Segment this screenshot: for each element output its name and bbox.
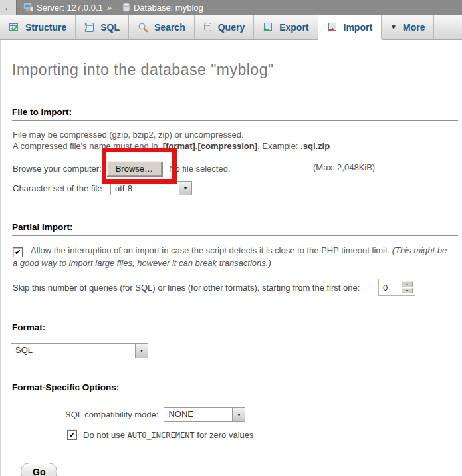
chevron-down-icon[interactable]: ▼ bbox=[179, 182, 191, 195]
max-size-note: (Max: 2,048KiB) bbox=[313, 162, 375, 172]
sql-compatibility-value: NONE bbox=[164, 408, 232, 421]
spinner-buttons: ▲ ▼ bbox=[402, 281, 413, 293]
format-selected-value: SQL bbox=[11, 344, 135, 358]
tab-label: Export bbox=[279, 22, 308, 33]
sql-compatibility-row: SQL compatibility mode: NONE ▼ bbox=[65, 407, 462, 422]
chevron-down-icon[interactable]: ▼ bbox=[135, 344, 148, 358]
database-icon bbox=[122, 3, 130, 12]
tab-query[interactable]: Query bbox=[195, 15, 254, 39]
go-button[interactable]: Go bbox=[21, 463, 57, 476]
charset-label: Character set of the file: bbox=[13, 183, 104, 193]
skip-queries-label: Skip this number of queries (for SQL) or… bbox=[13, 283, 360, 293]
tab-label: Search bbox=[154, 22, 185, 33]
export-icon bbox=[263, 22, 273, 33]
tab-structure[interactable]: Structure bbox=[0, 15, 76, 39]
allow-interruption-checkbox[interactable]: ✔ bbox=[13, 247, 23, 257]
annotation-highlight-box bbox=[102, 148, 177, 184]
spinner-down-icon[interactable]: ▼ bbox=[402, 288, 413, 294]
allow-interruption-text: Allow the interruption of an import in c… bbox=[31, 245, 392, 255]
breadcrumb-bar: ← Server: 127.0.0.1 » Database: myblog bbox=[0, 0, 462, 15]
allow-interruption-row: ✔Allow the interruption of an import in … bbox=[13, 245, 453, 269]
more-caret-icon: ▼ bbox=[390, 23, 397, 31]
compression-line2-mid: . Example: bbox=[257, 141, 300, 151]
no-file-selected-text: No file selected. bbox=[169, 164, 231, 174]
back-arrow-icon: ← bbox=[3, 2, 13, 13]
auto-increment-row: ✔ Do not use AUTO_INCREMENT for zero val… bbox=[67, 430, 462, 440]
format-select[interactable]: SQL ▼ bbox=[11, 343, 148, 358]
tab-label: SQL bbox=[100, 22, 120, 33]
section-heading-format-specific: Format-Specific Options: bbox=[12, 382, 458, 396]
tab-label: Import bbox=[344, 22, 373, 33]
main-content: Importing into the database "myblog" Fil… bbox=[0, 40, 462, 476]
spinner-up-icon[interactable]: ▲ bbox=[402, 281, 413, 287]
charset-row: Character set of the file: utf-8 ▼ bbox=[13, 181, 462, 195]
breadcrumb-database[interactable]: Database: myblog bbox=[134, 3, 203, 13]
compression-line1: File may be compressed (gzip, bzip2, zip… bbox=[13, 130, 244, 140]
chevron-down-icon[interactable]: ▼ bbox=[232, 408, 245, 421]
sql-compatibility-select[interactable]: NONE ▼ bbox=[164, 407, 245, 422]
tab-search[interactable]: Search bbox=[129, 15, 195, 39]
tab-sql[interactable]: SQL bbox=[76, 15, 129, 39]
auto-increment-text: Do not use AUTO_INCREMENT for zero value… bbox=[83, 430, 254, 440]
sql-icon bbox=[84, 22, 94, 33]
compression-example: .sql.zip bbox=[300, 141, 330, 151]
page-title: Importing into the database "myblog" bbox=[1, 40, 462, 79]
tab-label: Structure bbox=[25, 22, 66, 33]
browse-label: Browse your computer: bbox=[13, 164, 102, 174]
tab-import[interactable]: Import bbox=[318, 15, 382, 39]
skip-queries-stepper[interactable]: 0 ▲ ▼ bbox=[378, 279, 415, 296]
breadcrumb-server[interactable]: Server: 127.0.0.1 bbox=[37, 3, 103, 13]
section-heading-format: Format: bbox=[12, 322, 458, 336]
sql-compatibility-label: SQL compatibility mode: bbox=[65, 410, 158, 419]
tab-label: Query bbox=[218, 22, 245, 33]
tab-label: More bbox=[403, 22, 425, 33]
auto-increment-checkbox[interactable]: ✔ bbox=[67, 430, 77, 440]
auto-increment-code: AUTO_INCREMENT bbox=[128, 431, 195, 440]
tab-more[interactable]: ▼ More bbox=[382, 15, 434, 39]
skip-queries-value[interactable]: 0 bbox=[381, 281, 402, 293]
phpmyadmin-import-page: { "icons": { "back_arrow": "←", "breadcr… bbox=[0, 0, 462, 476]
tab-bar: Structure SQL Search Query bbox=[0, 15, 462, 40]
back-button[interactable]: ← bbox=[0, 0, 17, 15]
import-icon bbox=[327, 22, 338, 33]
breadcrumb-separator: » bbox=[107, 3, 112, 13]
query-icon bbox=[203, 22, 212, 32]
section-heading-partial-import: Partial Import: bbox=[12, 222, 458, 236]
section-heading-file-to-import: File to Import: bbox=[12, 107, 458, 121]
tab-export[interactable]: Export bbox=[254, 15, 318, 39]
browse-row: Browse your computer: Browse… No file se… bbox=[13, 160, 462, 176]
skip-queries-row: Skip this number of queries (for SQL) or… bbox=[13, 279, 462, 296]
compression-note: File may be compressed (gzip, bzip2, zip… bbox=[13, 129, 454, 152]
search-icon bbox=[138, 22, 148, 33]
structure-icon bbox=[9, 22, 19, 33]
server-icon bbox=[23, 3, 33, 12]
